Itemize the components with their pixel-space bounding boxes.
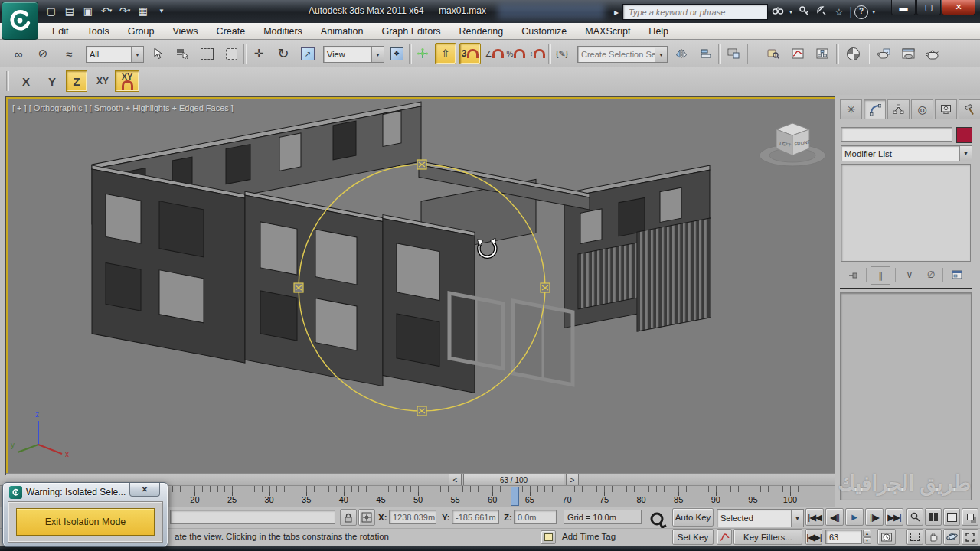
menu-animation[interactable]: Animation (312, 24, 373, 38)
infocenter-arrow-icon[interactable]: ▸ (612, 7, 620, 18)
bind-to-space-warp-icon[interactable]: ≈ (58, 43, 80, 64)
open-file-icon[interactable]: ▤ (61, 3, 78, 18)
render-setup-icon[interactable] (873, 43, 894, 64)
zoom-extents-button[interactable] (943, 508, 960, 526)
rectangular-selection-region-icon[interactable] (196, 43, 217, 64)
tab-utilities[interactable] (959, 99, 980, 119)
application-menu-button[interactable] (2, 2, 38, 40)
subscription-icon[interactable] (814, 5, 829, 18)
search-input[interactable] (627, 7, 763, 18)
snaps-toggle-icon[interactable]: 3 (459, 43, 481, 64)
object-color-swatch[interactable] (956, 127, 972, 143)
unlink-selection-icon[interactable]: ⊘ (32, 43, 54, 64)
time-configuration-button[interactable] (877, 529, 896, 545)
track-bar-current-frame-marker[interactable] (511, 487, 519, 506)
spinner-up-icon[interactable]: ▲ (863, 530, 871, 537)
window-crossing-toggle-icon[interactable] (220, 43, 242, 64)
spinner-down-icon[interactable]: ▼ (863, 537, 871, 545)
edit-named-selection-sets-icon[interactable]: {✎} (551, 43, 573, 64)
keyboard-shortcut-override-toggle-icon[interactable]: ⇧ (435, 43, 456, 64)
reference-coordinate-system-dropdown[interactable]: View▼ (323, 46, 384, 63)
quick-access-overflow-icon[interactable]: ▼ (153, 3, 170, 18)
snaps-use-axis-constraints-button[interactable]: XY (115, 70, 139, 92)
z-coord-field[interactable]: 0.0m (514, 510, 557, 524)
pin-stack-button[interactable] (843, 266, 863, 283)
rendered-frame-window-icon[interactable] (897, 43, 919, 64)
undo-icon[interactable]: ↶▾ (98, 3, 115, 18)
minimize-button[interactable]: ▬ (891, 0, 916, 15)
communication-key-icon[interactable] (796, 5, 812, 18)
remove-modifier-button[interactable]: ∅ (921, 266, 941, 283)
new-key-default-in-out-tangents-button[interactable] (717, 529, 732, 545)
menu-maxscript[interactable]: MAXScript (576, 24, 639, 38)
orbit-button[interactable] (943, 529, 960, 545)
restrict-to-y-button[interactable]: Y (41, 70, 63, 92)
mirror-icon[interactable] (671, 43, 692, 64)
project-folder-icon[interactable]: ▦ (135, 3, 152, 18)
viewport[interactable]: LEFT FRONT z y x [ + ] [ Orthographic ] … (6, 97, 836, 474)
curve-editor-icon[interactable] (787, 43, 808, 64)
add-time-tag-label[interactable]: Add Time Tag (562, 532, 616, 541)
dialog-close-button[interactable]: ✕ (129, 483, 160, 497)
select-object-icon[interactable] (147, 43, 168, 64)
menu-edit[interactable]: Edit (43, 24, 78, 38)
restrict-to-z-button[interactable]: Z (66, 70, 87, 92)
select-by-name-icon[interactable] (172, 43, 193, 64)
zoom-region-button[interactable] (906, 529, 923, 545)
menu-graph-editors[interactable]: Graph Editors (372, 24, 449, 38)
selection-set-dropdown[interactable]: Selected▼ (717, 509, 804, 527)
align-icon[interactable] (695, 43, 717, 64)
play-button[interactable]: ▶ (845, 508, 864, 526)
maximize-button[interactable]: ▢ (916, 0, 941, 15)
schematic-view-icon[interactable] (812, 43, 833, 64)
viewport-label[interactable]: [ + ] [ Orthographic ] [ Smooth + Highli… (12, 103, 234, 112)
graphite-modeling-tools-icon[interactable] (763, 43, 784, 64)
menu-customize[interactable]: Customize (512, 24, 576, 38)
menu-help[interactable]: Help (639, 24, 678, 38)
select-and-rotate-icon[interactable]: ↻ (273, 43, 294, 64)
menu-create[interactable]: Create (207, 24, 255, 38)
maximize-viewport-toggle[interactable] (962, 529, 978, 545)
search-options-arrow-icon[interactable]: ▼ (788, 9, 794, 15)
help-options-arrow-icon[interactable]: ▼ (871, 9, 877, 15)
named-selection-sets-dropdown[interactable]: Create Selection Se▼ (577, 46, 668, 63)
menu-group[interactable]: Group (119, 24, 164, 38)
configure-modifier-sets-button[interactable] (947, 266, 967, 283)
time-slider-next-button[interactable]: > (566, 474, 579, 486)
modifier-list-dropdown[interactable]: Modifier List▼ (841, 145, 972, 161)
restrict-to-x-button[interactable]: X (15, 70, 37, 92)
zoom-tool-button[interactable] (906, 508, 923, 526)
select-and-link-icon[interactable]: ∞ (8, 43, 29, 64)
go-to-end-button[interactable]: ▶▶| (885, 508, 903, 526)
next-frame-button[interactable]: ||▶ (865, 508, 884, 526)
object-name-field[interactable] (841, 127, 952, 142)
help-icon[interactable]: ? (854, 5, 868, 19)
tab-display[interactable] (935, 99, 957, 119)
key-filters-button[interactable]: Key Filters... (733, 529, 802, 545)
select-and-scale-icon[interactable]: ↗ (297, 43, 318, 64)
selection-filter-dropdown[interactable]: All▼ (86, 46, 144, 63)
angle-snap-toggle-icon[interactable]: ∠ (484, 43, 505, 64)
y-coord-field[interactable]: -185.661m (452, 510, 499, 524)
go-to-start-button[interactable]: |◀◀ (805, 508, 824, 526)
show-end-result-toggle[interactable]: ∥ (871, 266, 890, 285)
selection-lock-toggle[interactable] (340, 509, 357, 526)
tab-create[interactable]: ✳ (840, 99, 862, 119)
tab-motion[interactable]: ◎ (911, 99, 933, 119)
zoom-all-button[interactable] (925, 508, 942, 526)
select-and-move-icon[interactable]: ✛ (248, 43, 270, 64)
tab-hierarchy[interactable] (887, 99, 910, 119)
tab-modify[interactable] (864, 99, 886, 119)
time-slider-handle[interactable]: 63 / 100 (463, 474, 564, 486)
close-button[interactable]: ✕ (942, 0, 975, 15)
select-and-manipulate-icon[interactable] (412, 43, 433, 64)
search-binoculars-icon[interactable] (770, 6, 786, 18)
exit-isolation-mode-button[interactable]: Exit Isolation Mode (16, 508, 155, 536)
current-frame-field[interactable]: 63 (825, 530, 862, 544)
menu-views[interactable]: Views (163, 24, 207, 38)
redo-icon[interactable]: ↷▾ (116, 3, 133, 18)
modifier-stack-list[interactable] (841, 164, 971, 262)
key-mode-toggle[interactable]: |◀▶| (805, 529, 822, 545)
isolate-selection-toggle[interactable] (541, 530, 556, 544)
x-coord-field[interactable]: 1238.039m (389, 510, 436, 524)
